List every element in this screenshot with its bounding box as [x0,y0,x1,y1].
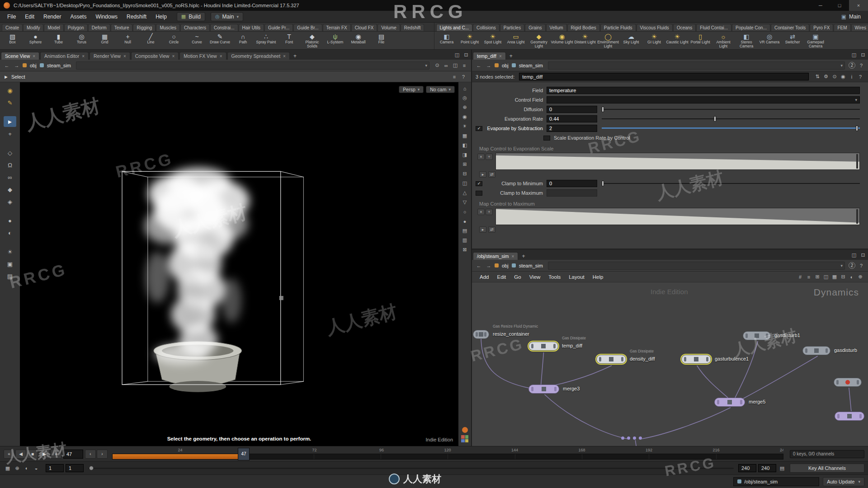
node-input-flag[interactable] [717,400,719,404]
shelf-tab[interactable]: Container Tools [771,24,809,31]
breadcrumb-obj[interactable]: obj [28,62,38,69]
range-end-field[interactable]: 240 [758,464,776,472]
network-node[interactable]: merge5 [714,398,745,407]
home-view-icon[interactable]: ⌂ [460,84,470,93]
node-body[interactable] [743,331,771,340]
menu-item[interactable]: Assets [66,12,91,21]
jump-end-button[interactable]: » [51,450,61,459]
shelf-tab[interactable]: Create [2,24,23,31]
playback-end-field[interactable]: 240 [738,464,756,472]
timeline-track[interactable] [112,454,783,460]
new-tab-button[interactable]: + [291,52,299,60]
translate-tool[interactable]: + [4,128,16,139]
light-tool[interactable]: ☀ [4,246,16,257]
node-body[interactable] [528,342,558,351]
cook-icon[interactable]: ◉ [839,73,847,80]
shelf-tool[interactable]: ⇄ Switcher [781,32,804,49]
shelf-tool[interactable]: ◉ Metaball [347,32,370,49]
cache-icon[interactable]: ▤ [778,465,786,472]
keyframe-scope-icon[interactable]: ▦ [4,465,12,472]
desktop-switcher[interactable]: ▣ Main [837,13,865,21]
parameter-tab[interactable]: temp_diff × [473,52,506,60]
shelf-tab[interactable]: Wires [851,24,868,31]
shelf-tab[interactable]: Muscles [156,24,180,31]
shelf-tab[interactable]: Oceans [673,24,696,31]
close-icon[interactable]: × [33,54,35,59]
forward-icon[interactable]: → [13,61,21,69]
shelf-tab[interactable]: Lights and C... [436,24,472,31]
shelf-tab[interactable]: Particles [500,24,524,31]
ramp-flip-button[interactable]: ⇄ [488,226,495,233]
simulation-indicator[interactable] [462,427,468,433]
link-icon[interactable]: ∞ [442,61,450,69]
shelf-tool[interactable]: ▭ Area Light [505,32,528,49]
shelf-tab[interactable]: Guide Br... [293,24,322,31]
minimize-button[interactable]: ─ [811,0,830,11]
shelf-tab[interactable]: Particle Fluids [600,24,636,31]
shelf-tool[interactable]: ◧ Stereo Camera [735,32,758,49]
select-mode-icon[interactable]: ▽ [460,198,470,206]
timeline-ruler[interactable]: 24487296120144168192216240 47 [112,448,783,460]
help-icon[interactable]: ? [857,61,865,69]
shelf-tab[interactable]: Polygon [64,24,88,31]
pane-split-icon[interactable]: ◫ [453,51,461,59]
node-input-flag[interactable] [837,414,840,418]
node-input-flag[interactable] [836,380,839,385]
split-two-icon[interactable]: ▤ [460,226,470,235]
visible-only-icon[interactable]: ◫ [460,179,470,188]
ramp-add-button[interactable]: + [486,209,493,215]
shelf-tool[interactable]: ◉ Volume Light [551,32,574,49]
shelf-tab[interactable]: FEM [834,24,850,31]
shelf-tool[interactable]: ◆ Platonic Solids [301,32,324,49]
keys-info-field[interactable]: 0 keys, 0/0 channels [790,450,864,458]
pane-tab[interactable]: Render View × [90,52,130,60]
diffusion-slider[interactable] [602,106,860,113]
network-menu-item[interactable]: Add [476,273,493,281]
shelf-tool[interactable]: ~ Curve [185,32,208,49]
path-dropdown[interactable]: ▾ [548,262,845,270]
maximize-button[interactable]: □ [830,0,849,11]
back-icon[interactable]: ← [3,61,11,69]
network-node[interactable]: gasturbulence1 [681,355,711,364]
node-display-flag[interactable] [857,380,859,385]
shelf-tab[interactable]: Hair Utils [239,24,264,31]
network-node[interactable]: gasdisturb1 [743,331,771,340]
shelf-tool[interactable]: ▦ Grid [93,32,116,49]
shelf-tool[interactable]: ◧ Camera [435,32,458,49]
shelf-tab[interactable]: Rigging [133,24,156,31]
node-display-flag[interactable] [484,332,486,337]
select-tool[interactable]: ► [4,116,16,127]
jump-start-button[interactable]: « [4,450,14,459]
diffusion-input[interactable]: 0 [547,106,597,113]
close-icon[interactable]: × [172,54,175,59]
breadcrumb-obj[interactable]: obj [500,263,510,269]
shelf-tool[interactable]: ∴ Spray Paint [255,32,278,49]
close-icon[interactable]: × [82,54,85,59]
pane-tab[interactable]: Motion FX View × [179,52,226,60]
gear-icon[interactable]: ⚙ [822,73,830,80]
shelf-tab[interactable]: Volume [377,24,400,31]
path-dropdown[interactable]: ▾ [548,61,845,70]
ramp-widget[interactable] [495,153,860,170]
new-tab-button[interactable]: + [519,253,528,260]
desktop-selector[interactable]: ▦ Build [177,12,205,21]
pane-menu-icon[interactable]: ≡ [460,61,468,69]
pane-max-icon[interactable]: ⊡ [462,51,470,59]
help-icon[interactable]: ? [459,73,467,80]
list-icon[interactable]: ≡ [450,73,458,80]
node-display-flag[interactable] [740,400,742,404]
evaporation-rate-input[interactable]: 0.44 [547,115,597,122]
node-body[interactable] [596,355,626,364]
menu-item[interactable]: Help [151,12,171,21]
node-body[interactable] [473,330,489,339]
frame-selected-icon[interactable]: ⊕ [460,103,470,112]
ramp-expand-button[interactable]: ▸ [479,226,486,233]
takes-grid-icon[interactable] [461,435,468,442]
selected-node-field[interactable]: temp_diff [519,73,809,80]
lights-icon[interactable]: ☀ [460,122,470,131]
options-tool[interactable]: ▤ [4,271,16,282]
scene-selector[interactable]: ◎ Main ▾ [211,12,243,21]
shelf-tool[interactable]: ▮ Tube [47,32,70,49]
shelf-tool[interactable]: ╱ Line [139,32,162,49]
tile-icon[interactable]: ⊞ [813,273,821,281]
